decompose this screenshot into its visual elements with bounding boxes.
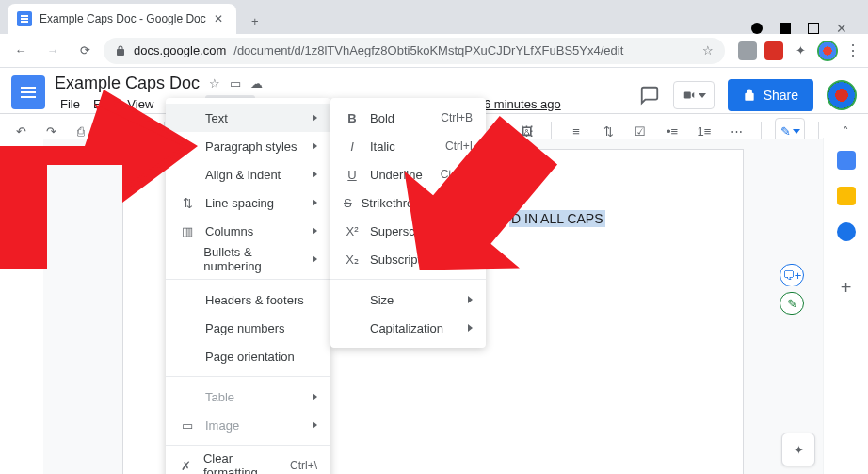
menu-item-bullets-numbering[interactable]: Bullets & numbering xyxy=(166,245,330,273)
menu-file[interactable]: File xyxy=(55,95,86,113)
new-tab-button[interactable]: + xyxy=(242,8,268,34)
comment-suggest-pills: 🗨+ ✎ xyxy=(780,264,804,315)
close-icon[interactable]: ✕ xyxy=(214,12,227,25)
share-label: Share xyxy=(764,88,798,103)
menu-item-columns[interactable]: ▥Columns xyxy=(166,217,330,245)
undo-button[interactable]: ↶ xyxy=(9,120,32,142)
selected-text[interactable]: D IN ALL CAPS xyxy=(509,210,605,227)
tab-strip: Example Caps Doc - Google Doc ✕ + ✕ xyxy=(0,0,868,34)
extension-icon[interactable] xyxy=(764,41,783,60)
tab-title: Example Caps Doc - Google Doc xyxy=(40,12,206,25)
menu-item-page-orientation[interactable]: Page orientation xyxy=(166,342,330,370)
close-window-button[interactable]: ✕ xyxy=(836,23,847,34)
menu-item-page-numbers[interactable]: Page numbers xyxy=(166,314,330,342)
submenu-size[interactable]: Size xyxy=(330,286,486,314)
browser-tab[interactable]: Example Caps Doc - Google Doc ✕ xyxy=(8,4,236,34)
reload-button[interactable]: ⟳ xyxy=(72,38,98,64)
clear-format-icon: ✗ xyxy=(179,459,194,473)
star-icon[interactable]: ☆ xyxy=(209,76,220,90)
comments-icon[interactable] xyxy=(639,85,660,106)
lock-icon xyxy=(115,45,126,57)
submenu-strikethrough[interactable]: SStrikethroughAlt+Shift+5 xyxy=(330,188,486,217)
format-menu: Text Paragraph styles Align & indent ⇅Li… xyxy=(166,98,330,474)
line-spacing-icon: ⇅ xyxy=(179,196,196,210)
bookmark-icon[interactable]: ☆ xyxy=(702,43,714,57)
docs-favicon xyxy=(17,11,32,26)
svg-rect-0 xyxy=(683,92,690,99)
extensions-button[interactable]: ✦ xyxy=(791,41,810,60)
minimize-button[interactable] xyxy=(780,23,791,34)
present-button[interactable] xyxy=(673,81,715,109)
submenu-capitalization[interactable]: Capitalization xyxy=(330,314,486,342)
submenu-subscript[interactable]: X₂Subscript xyxy=(330,245,486,273)
tasks-icon[interactable] xyxy=(837,222,856,241)
menu-item-line-spacing[interactable]: ⇅Line spacing xyxy=(166,188,330,217)
chrome-menu-button[interactable]: ⋮ xyxy=(845,41,860,59)
extensions-row: ✦ ⋮ xyxy=(731,41,860,61)
window-controls: ✕ xyxy=(751,23,860,34)
menu-edit[interactable]: Edit xyxy=(88,95,120,113)
submenu-underline[interactable]: UUnderlineCtrl+U xyxy=(330,160,486,188)
suggest-edit-pill[interactable]: ✎ xyxy=(780,292,804,315)
menu-item-image: ▭Image xyxy=(166,411,330,439)
extension-icon[interactable] xyxy=(738,41,757,60)
explore-button[interactable]: ✦ xyxy=(781,433,815,466)
docs-logo[interactable] xyxy=(11,75,45,109)
move-icon[interactable]: ▭ xyxy=(230,76,241,90)
url-host: docs.google.com xyxy=(134,43,226,57)
menu-item-headers-footers[interactable]: Headers & footers xyxy=(166,286,330,314)
menu-item-align-indent[interactable]: Align & indent xyxy=(166,160,330,188)
forward-button[interactable]: → xyxy=(40,38,66,64)
maximize-button[interactable] xyxy=(808,23,819,34)
svg-rect-3 xyxy=(18,187,31,188)
incognito-icon xyxy=(751,23,763,34)
menu-item-text[interactable]: Text xyxy=(166,104,330,132)
add-comment-pill[interactable]: 🗨+ xyxy=(780,264,804,286)
svg-rect-2 xyxy=(18,182,26,184)
share-button[interactable]: Share xyxy=(728,79,813,111)
doc-title[interactable]: Example Caps Doc xyxy=(55,74,200,93)
image-icon: ▭ xyxy=(179,418,196,433)
omnibox[interactable]: docs.google.com/document/d/1z8lTVhAegfz8… xyxy=(104,38,725,64)
back-button[interactable]: ← xyxy=(8,38,34,64)
browser-chrome: Example Caps Doc - Google Doc ✕ + ✕ ← → … xyxy=(0,0,868,68)
chevron-down-icon xyxy=(699,93,706,98)
menu-view[interactable]: View xyxy=(121,95,159,113)
address-bar: ← → ⟳ docs.google.com/document/d/1z8lTVh… xyxy=(0,34,868,68)
submenu-italic[interactable]: IItalicCtrl+I xyxy=(330,132,486,160)
url-path: /document/d/1z8lTVhAegfz8Obti5koKMstqPXu… xyxy=(233,43,623,57)
text-submenu: BBoldCtrl+B IItalicCtrl+I UUnderlineCtrl… xyxy=(330,98,486,348)
svg-rect-1 xyxy=(18,178,31,180)
menu-item-clear-formatting[interactable]: ✗Clear formattingCtrl+\ xyxy=(166,451,330,474)
profile-avatar[interactable] xyxy=(817,41,838,61)
account-avatar[interactable] xyxy=(827,80,857,110)
columns-icon: ▥ xyxy=(179,224,196,238)
keep-icon[interactable] xyxy=(837,187,856,205)
cloud-icon[interactable]: ☁ xyxy=(250,76,263,90)
side-panel: + xyxy=(823,138,868,474)
add-on-plus-icon[interactable]: + xyxy=(841,277,852,299)
calendar-icon[interactable] xyxy=(837,151,856,170)
menu-item-paragraph-styles[interactable]: Paragraph styles xyxy=(166,132,330,160)
submenu-superscript[interactable]: X²Superscript xyxy=(330,217,486,245)
menu-item-table: Table xyxy=(166,383,330,411)
outline-button[interactable] xyxy=(11,170,38,196)
submenu-bold[interactable]: BBoldCtrl+B xyxy=(330,104,486,132)
header-right: Share xyxy=(639,79,857,111)
